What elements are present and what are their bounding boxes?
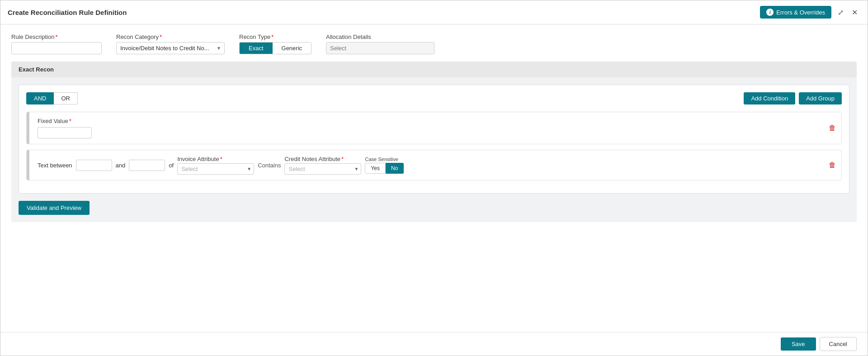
- and-button[interactable]: AND: [26, 92, 54, 104]
- contains-label: Contains: [258, 162, 281, 169]
- modal-title: Create Reconciliation Rule Definition: [8, 9, 127, 16]
- invoice-attribute-group: Invoice Attribute* Select ▼: [177, 156, 254, 175]
- condition-row-2: Text between and of Invoice Attribute*: [26, 150, 842, 180]
- recon-type-generic-button[interactable]: Generic: [273, 43, 311, 54]
- save-button[interactable]: Save: [781, 337, 816, 351]
- condition-row-2-inner: Text between and of Invoice Attribute*: [38, 156, 834, 175]
- rule-description-input[interactable]: [11, 42, 102, 54]
- condition-header: AND OR Add Condition Add Group: [26, 92, 842, 104]
- and-label: and: [116, 162, 126, 169]
- case-sensitive-label: Case Sensitive: [365, 157, 404, 162]
- no-button[interactable]: No: [386, 163, 404, 174]
- fixed-value-label: Fixed Value*: [38, 118, 834, 124]
- or-button[interactable]: OR: [54, 92, 78, 104]
- condition-action-buttons: Add Condition Add Group: [744, 92, 842, 104]
- allocation-details-group: Allocation Details: [326, 33, 434, 54]
- condition-row-1: Fixed Value* 🗑: [26, 112, 842, 144]
- fixed-value-input[interactable]: [38, 127, 92, 138]
- recon-type-label: Recon Type*: [239, 33, 311, 40]
- text-between-start-input[interactable]: [76, 160, 112, 171]
- modal-footer: Save Cancel: [0, 332, 868, 356]
- header-right: i Errors & Overrides ⤢ ✕: [760, 6, 860, 19]
- close-button[interactable]: ✕: [849, 7, 860, 18]
- recon-type-group: Recon Type* Exact Generic: [239, 33, 311, 54]
- recon-type-exact-button[interactable]: Exact: [240, 43, 273, 54]
- modal-container: Create Reconciliation Rule Definition i …: [0, 0, 868, 356]
- section-title: Exact Recon: [11, 62, 857, 77]
- section-body: AND OR Add Condition Add Group Fixed Val…: [11, 77, 857, 222]
- yes-no-toggle: Yes No: [365, 163, 404, 174]
- delete-row1-icon[interactable]: 🗑: [829, 124, 836, 132]
- info-icon: i: [766, 9, 774, 16]
- rule-description-group: Rule Description*: [11, 33, 102, 54]
- modal-header: Create Reconciliation Rule Definition i …: [0, 0, 868, 24]
- exact-recon-section: Exact Recon AND OR Add Condition Add Gro…: [11, 62, 857, 222]
- text-between-end-input[interactable]: [129, 160, 165, 171]
- invoice-attr-label: Invoice Attribute*: [177, 156, 254, 162]
- add-group-button[interactable]: Add Group: [799, 92, 842, 104]
- credit-notes-attribute-group: Credit Notes Attribute* Select ▼: [284, 156, 361, 175]
- recon-type-toggle: Exact Generic: [239, 42, 311, 54]
- delete-row2-icon[interactable]: 🗑: [829, 161, 836, 169]
- errors-btn-label: Errors & Overrides: [776, 9, 825, 16]
- recon-category-select[interactable]: Invoice/Debit Notes to Credit No...: [116, 42, 225, 54]
- expand-button[interactable]: ⤢: [835, 7, 846, 18]
- condition-container: AND OR Add Condition Add Group Fixed Val…: [19, 85, 849, 194]
- form-top-row: Rule Description* Recon Category* Invoic…: [11, 33, 857, 54]
- rule-desc-required: *: [55, 33, 57, 40]
- rule-description-label: Rule Description*: [11, 33, 102, 40]
- modal-body: Rule Description* Recon Category* Invoic…: [0, 24, 868, 332]
- credit-notes-attr-select[interactable]: Select: [284, 163, 361, 175]
- errors-overrides-button[interactable]: i Errors & Overrides: [760, 6, 831, 19]
- text-between-label: Text between: [38, 162, 72, 169]
- left-bar-1: [27, 112, 29, 144]
- allocation-input[interactable]: [326, 42, 434, 54]
- invoice-attr-select-wrapper: Select ▼: [177, 163, 254, 175]
- recon-category-select-wrapper: Invoice/Debit Notes to Credit No... ▼: [116, 42, 225, 54]
- yes-button[interactable]: Yes: [365, 163, 386, 174]
- recon-category-group: Recon Category* Invoice/Debit Notes to C…: [116, 33, 225, 54]
- invoice-attr-select[interactable]: Select: [177, 163, 254, 175]
- left-bar-2: [27, 150, 29, 180]
- credit-notes-select-wrapper: Select ▼: [284, 163, 361, 175]
- window-controls: ⤢ ✕: [835, 7, 860, 18]
- of-label: of: [169, 162, 174, 169]
- validate-preview-button[interactable]: Validate and Preview: [19, 201, 90, 215]
- case-sensitive-group: Case Sensitive Yes No: [365, 157, 404, 174]
- and-or-toggle: AND OR: [26, 92, 78, 104]
- add-condition-button[interactable]: Add Condition: [744, 92, 795, 104]
- cancel-button[interactable]: Cancel: [820, 337, 857, 351]
- recon-category-label: Recon Category*: [116, 33, 225, 40]
- allocation-label: Allocation Details: [326, 33, 434, 40]
- credit-notes-attr-label: Credit Notes Attribute*: [284, 156, 361, 162]
